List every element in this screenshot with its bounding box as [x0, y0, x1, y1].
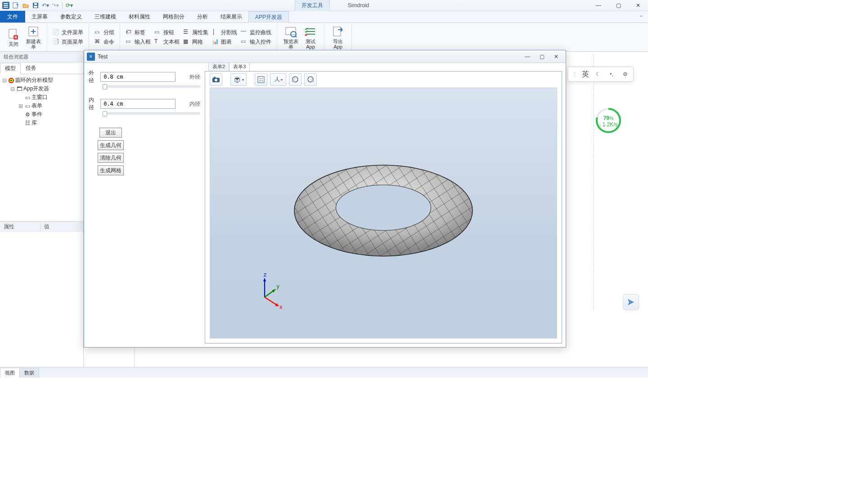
preview-form-button[interactable]: 预览表单 — [281, 23, 301, 51]
chart-button[interactable]: 📊图表 — [210, 38, 239, 46]
viewport-toolbar: ▾ ▾ — [205, 71, 562, 88]
ribbon-tab-params[interactable]: 参数定义 — [54, 11, 88, 22]
dialog-minimize-icon[interactable]: — — [521, 52, 534, 61]
tag-button[interactable]: 🏷标签 — [124, 28, 153, 37]
command-button[interactable]: ⌘命令 — [93, 38, 116, 46]
svg-rect-1 — [4, 3, 8, 4]
exit-button[interactable]: 退出 — [99, 128, 122, 138]
ribbon-tab-row: 文件 主屏幕 参数定义 三维建模 材料属性 网格剖分 分析 结果展示 APP开发… — [0, 11, 648, 23]
tree-events[interactable]: ⚙事件 — [2, 110, 81, 119]
page-menu-icon: 📑 — [53, 38, 60, 45]
close-button[interactable]: 关闭 — [4, 26, 23, 49]
rotate-cw-icon[interactable] — [289, 73, 302, 86]
comma-icon[interactable]: •, — [607, 70, 616, 79]
qat-app-icon[interactable] — [2, 1, 10, 9]
ribbon-tab-3d[interactable]: 三维建模 — [88, 11, 122, 22]
svg-text:z: z — [264, 271, 267, 278]
export-app-button[interactable]: 导出App — [328, 23, 348, 51]
input-ctrl-button[interactable]: ▭输入控件 — [239, 38, 273, 46]
rotate-ccw-icon[interactable] — [304, 73, 317, 86]
command-icon: ⌘ — [94, 38, 102, 45]
viewport-frame: ▾ ▾ — [205, 71, 562, 343]
expand-icon[interactable]: ⊞ — [18, 103, 23, 109]
ribbon-tab-mesh[interactable]: 网格剖分 — [157, 11, 191, 22]
status-tab-data[interactable]: 数据 — [19, 368, 39, 378]
svg-rect-8 — [34, 3, 37, 5]
view-cube-icon[interactable]: ▾ — [230, 73, 247, 86]
propset-button[interactable]: ☰属性集 — [181, 28, 210, 37]
window-minimize-icon[interactable]: — — [589, 0, 608, 11]
window-close-icon[interactable]: ✕ — [628, 0, 648, 11]
tree-appdev[interactable]: ⊟🗔App开发器 — [2, 85, 81, 93]
group-button[interactable]: ▭分组 — [93, 28, 116, 37]
gear-icon[interactable]: ⚙ — [621, 70, 630, 79]
new-form-button[interactable]: 新建表单 — [23, 23, 43, 51]
ribbon-tab-results[interactable]: 结果展示 — [214, 11, 248, 22]
quick-access-toolbar: + ↶▾ ↷▾ ⟳▾ — [0, 1, 75, 9]
viewport-tab-3[interactable]: 表单3 — [229, 63, 250, 71]
dialog-maximize-icon[interactable]: ▢ — [535, 52, 549, 61]
viewport-tab-2[interactable]: 表单2 — [208, 63, 229, 71]
ribbon-tab-appdev[interactable]: APP开发器 — [248, 11, 289, 23]
ribbon-collapse-icon[interactable]: ⌃ — [634, 13, 648, 22]
file-tab[interactable]: 文件 — [0, 11, 25, 22]
ribbon-tab-home[interactable]: 主屏幕 — [25, 11, 54, 22]
page-menu-button[interactable]: 📑页面菜单 — [51, 38, 85, 46]
assistant-float-icon[interactable] — [623, 294, 639, 310]
ribbon-tab-material[interactable]: 材料属性 — [122, 11, 157, 22]
model-tree[interactable]: ⊟圆环的分析模型 ⊟🗔App开发器 ▭主窗口 ⊞▭表单 ⚙事件 ☷库 — [0, 74, 83, 221]
build-geom-button[interactable]: 生成几何 — [98, 140, 124, 150]
axis-icon[interactable]: ▾ — [270, 73, 286, 86]
tree-lib[interactable]: ☷库 — [2, 119, 81, 127]
panel-tab-tasks[interactable]: 任务 — [21, 62, 41, 74]
svg-rect-7 — [34, 6, 37, 8]
camera-icon[interactable] — [210, 73, 222, 86]
inner-radius-input[interactable] — [100, 99, 176, 109]
dialog-titlebar[interactable]: ≡ Test — ▢ ✕ — [84, 50, 566, 63]
outer-radius-input[interactable] — [100, 72, 176, 82]
test-app-button[interactable]: 测试App — [301, 23, 320, 51]
collapse-icon[interactable]: ⊟ — [10, 86, 15, 92]
qat-save-icon[interactable] — [32, 1, 40, 9]
mesh-button[interactable]: ▦网格 — [181, 38, 210, 46]
svg-point-17 — [10, 80, 12, 81]
tree-mainwindow[interactable]: ▭主窗口 — [2, 93, 81, 102]
build-mesh-button[interactable]: 生成网格 — [98, 165, 124, 175]
speed-indicator[interactable]: 79% ↓ 1.2K/s — [596, 108, 621, 133]
dialog-close-icon[interactable]: ✕ — [549, 52, 563, 61]
form-panel: 外径 外径 内径 内径 退出 生成几何 清除几何 生成网格 — [84, 63, 205, 347]
qat-redo-icon[interactable]: ↷▾ — [51, 1, 59, 9]
moon-icon[interactable]: ☾ — [594, 70, 603, 79]
app-icon: 🗔 — [16, 86, 22, 92]
button-button[interactable]: ▭按钮 — [153, 28, 181, 37]
status-tab-view[interactable]: 视图 — [0, 368, 20, 378]
outer-radius-slider[interactable] — [104, 85, 200, 88]
fit-view-icon[interactable] — [255, 73, 267, 86]
ime-widget[interactable]: ⋮ 英 ☾ •, ⚙ — [568, 67, 634, 82]
tree-forms[interactable]: ⊞▭表单 — [2, 102, 81, 110]
clear-geom-button[interactable]: 清除几何 — [98, 153, 124, 163]
monitor-curve-button[interactable]: 〰监控曲线 — [239, 28, 273, 37]
dialog-title: Test — [98, 54, 108, 60]
collapse-icon[interactable]: ⊟ — [2, 77, 7, 84]
file-menu-button[interactable]: 📄文件菜单 — [51, 28, 85, 37]
svg-rect-2 — [4, 5, 8, 6]
inner-radius-right-label: 内径 — [178, 100, 200, 108]
qat-open-icon[interactable] — [22, 1, 30, 9]
viewport-3d[interactable]: z x y — [210, 88, 557, 339]
ime-lang[interactable]: 英 — [582, 70, 589, 79]
qat-refresh-icon[interactable]: ⟳▾ — [65, 1, 73, 9]
svg-point-24 — [336, 185, 431, 230]
inputbox-button[interactable]: ▭输入框 — [124, 38, 153, 46]
inner-radius-slider[interactable] — [104, 112, 200, 115]
tree-root[interactable]: ⊟圆环的分析模型 — [2, 76, 81, 85]
qat-undo-icon[interactable]: ↶▾ — [41, 1, 50, 9]
qat-new-icon[interactable]: + — [12, 1, 20, 9]
context-tab-devtools[interactable]: 开发工具 — [295, 0, 330, 11]
close-file-icon — [7, 28, 20, 40]
textbox-button[interactable]: T文本框 — [153, 38, 181, 46]
panel-tab-model[interactable]: 模型 — [0, 63, 21, 74]
window-maximize-icon[interactable]: ▢ — [608, 0, 628, 11]
ribbon-tab-analysis[interactable]: 分析 — [191, 11, 214, 22]
splitline-button[interactable]: │分割线 — [210, 28, 239, 37]
